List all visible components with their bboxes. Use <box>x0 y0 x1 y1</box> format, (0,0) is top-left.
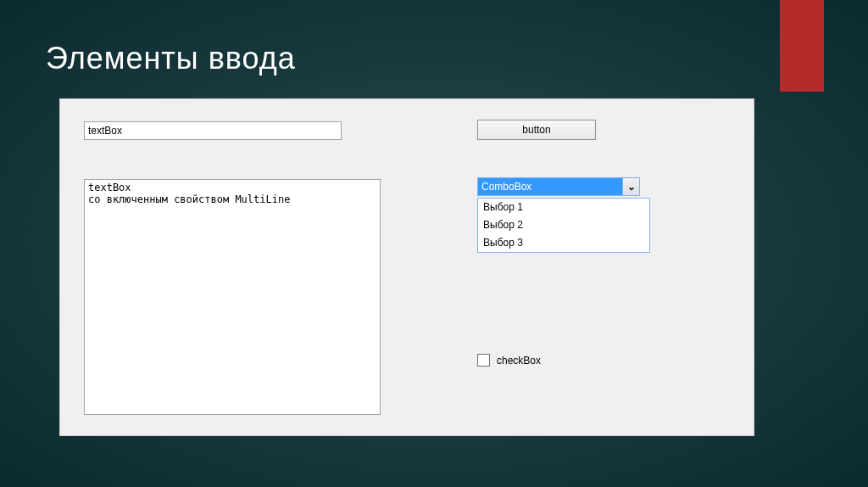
checkbox-label: checkBox <box>497 355 541 367</box>
form-panel: textBox со включенным свойством MultiLin… <box>59 98 754 436</box>
slide-title: Элементы ввода <box>46 41 296 76</box>
combobox-selected[interactable]: ComboBox ⌄ <box>477 177 640 196</box>
combobox-selected-text: ComboBox <box>478 178 622 195</box>
combobox-option[interactable]: Выбор 3 <box>478 234 649 252</box>
combobox-option[interactable]: Выбор 1 <box>478 199 649 216</box>
combobox-option[interactable]: Выбор 2 <box>478 216 649 234</box>
combobox-list: Выбор 1 Выбор 2 Выбор 3 <box>477 198 650 253</box>
accent-bar <box>780 0 824 92</box>
checkbox-control: checkBox <box>477 354 541 367</box>
combobox: ComboBox ⌄ Выбор 1 Выбор 2 Выбор 3 <box>477 177 640 196</box>
combobox-dropdown-button[interactable]: ⌄ <box>622 178 639 195</box>
chevron-down-icon: ⌄ <box>627 182 636 192</box>
textbox-single-line[interactable] <box>84 121 342 140</box>
sample-button[interactable]: button <box>477 120 596 140</box>
textbox-multiline[interactable]: textBox со включенным свойством MultiLin… <box>84 179 381 415</box>
checkbox-box[interactable] <box>477 354 490 367</box>
